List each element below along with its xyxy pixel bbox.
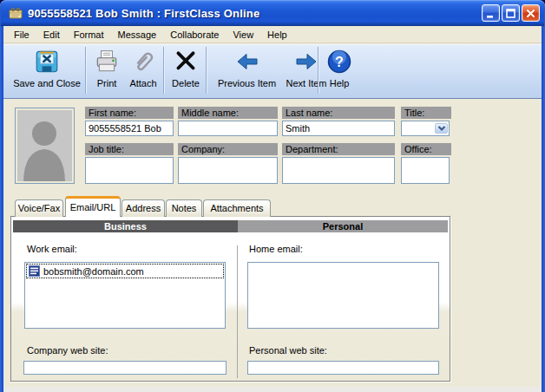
- attach-icon: [130, 46, 156, 77]
- column-divider: [237, 245, 238, 378]
- tab-voice-fax[interactable]: Voice/Fax: [15, 199, 63, 217]
- save-and-close-button[interactable]: Save and Close: [9, 46, 85, 96]
- window-bottom-strip: [3, 387, 542, 392]
- work-email-value: bobsmith@domain.com: [43, 266, 144, 277]
- tab-attachments[interactable]: Attachments: [203, 199, 271, 217]
- close-button[interactable]: [522, 4, 540, 22]
- previous-item-icon: [235, 46, 259, 77]
- maximize-button[interactable]: [502, 4, 520, 22]
- work-email-entry[interactable]: bobsmith@domain.com: [26, 264, 224, 278]
- titlebar: 9055558521 Bob Smith : FirstClass Online: [0, 0, 545, 26]
- previous-item-label: Previous Item: [218, 78, 276, 88]
- last-name-label: Last name:: [282, 107, 395, 119]
- last-name-input[interactable]: [282, 121, 395, 136]
- toolbar-separator: [163, 47, 164, 94]
- company-web-site-label: Company web site:: [27, 345, 108, 356]
- menu-edit[interactable]: Edit: [36, 28, 67, 42]
- menu-bar: File Edit Format Message Collaborate Vie…: [3, 26, 542, 43]
- first-name-input[interactable]: [85, 121, 174, 136]
- internet-address-icon: [29, 265, 40, 277]
- attach-button[interactable]: Attach: [125, 46, 161, 96]
- personal-web-site-input[interactable]: [247, 361, 439, 375]
- tab-notes[interactable]: Notes: [166, 199, 202, 217]
- menu-help[interactable]: Help: [260, 28, 294, 42]
- save-and-close-label: Save and Close: [13, 78, 81, 88]
- middle-name-input[interactable]: [178, 121, 278, 136]
- company-web-site-input[interactable]: [23, 361, 227, 375]
- job-title-input[interactable]: [85, 157, 174, 184]
- person-silhouette-icon: [17, 110, 72, 181]
- print-label: Print: [97, 78, 117, 88]
- section-header-bar: Business Personal: [13, 220, 448, 232]
- company-input[interactable]: [178, 157, 278, 184]
- previous-item-button[interactable]: Previous Item: [212, 46, 282, 96]
- home-email-list[interactable]: [247, 262, 439, 329]
- personal-section-header: Personal: [238, 220, 448, 232]
- office-input[interactable]: [401, 157, 450, 184]
- window-border-left: [0, 26, 3, 392]
- menu-message[interactable]: Message: [111, 28, 164, 42]
- minimize-button[interactable]: [482, 4, 500, 22]
- first-name-label: First name:: [85, 107, 174, 119]
- delete-icon: [173, 46, 199, 77]
- middle-name-label: Middle name:: [178, 107, 278, 119]
- next-item-icon: [294, 46, 318, 77]
- business-section-header: Business: [13, 220, 238, 232]
- menu-format[interactable]: Format: [67, 28, 111, 42]
- firstclass-contact-window: 9055558521 Bob Smith : FirstClass Online…: [0, 0, 545, 392]
- delete-label: Delete: [172, 78, 200, 88]
- print-icon: [94, 46, 120, 77]
- attach-label: Attach: [129, 78, 156, 88]
- title-select[interactable]: [401, 121, 450, 136]
- window-border-right: [542, 26, 545, 392]
- email-url-panel: Business Personal Work email: bobsmith@d…: [10, 216, 450, 382]
- toolbar-separator: [318, 47, 318, 94]
- company-label: Company:: [178, 143, 278, 155]
- office-label: Office:: [401, 143, 451, 155]
- toolbar-separator: [85, 47, 86, 94]
- toolbar-separator: [206, 47, 207, 94]
- contact-photo[interactable]: [15, 108, 75, 184]
- help-label: Help: [330, 78, 350, 88]
- menu-view[interactable]: View: [226, 28, 260, 42]
- save-and-close-icon: [34, 46, 60, 77]
- rolodex-card-icon: [8, 5, 23, 21]
- window-title: 9055558521 Bob Smith : FirstClass Online: [28, 7, 259, 20]
- department-input[interactable]: [282, 157, 395, 184]
- job-title-label: Job title:: [85, 143, 174, 155]
- delete-button[interactable]: Delete: [167, 46, 204, 96]
- help-icon: ?: [326, 46, 352, 77]
- svg-text:?: ?: [335, 55, 344, 69]
- menu-collaborate[interactable]: Collaborate: [163, 28, 226, 42]
- toolbar: Save and Close Print: [3, 44, 542, 99]
- print-button[interactable]: Print: [89, 46, 124, 96]
- tab-email-url[interactable]: Email/URL: [65, 196, 121, 217]
- title-label: Title:: [401, 107, 451, 119]
- contact-form: First name: Middle name: Last name: Titl…: [3, 100, 542, 197]
- help-button[interactable]: ? Help: [319, 46, 359, 96]
- menu-file[interactable]: File: [7, 28, 36, 42]
- tab-address[interactable]: Address: [121, 199, 165, 217]
- department-label: Department:: [282, 143, 395, 155]
- work-email-list[interactable]: bobsmith@domain.com: [24, 262, 226, 329]
- personal-web-site-label: Personal web site:: [249, 345, 327, 356]
- home-email-label: Home email:: [249, 244, 303, 254]
- chevron-down-icon: [435, 123, 448, 134]
- work-email-label: Work email:: [27, 244, 77, 254]
